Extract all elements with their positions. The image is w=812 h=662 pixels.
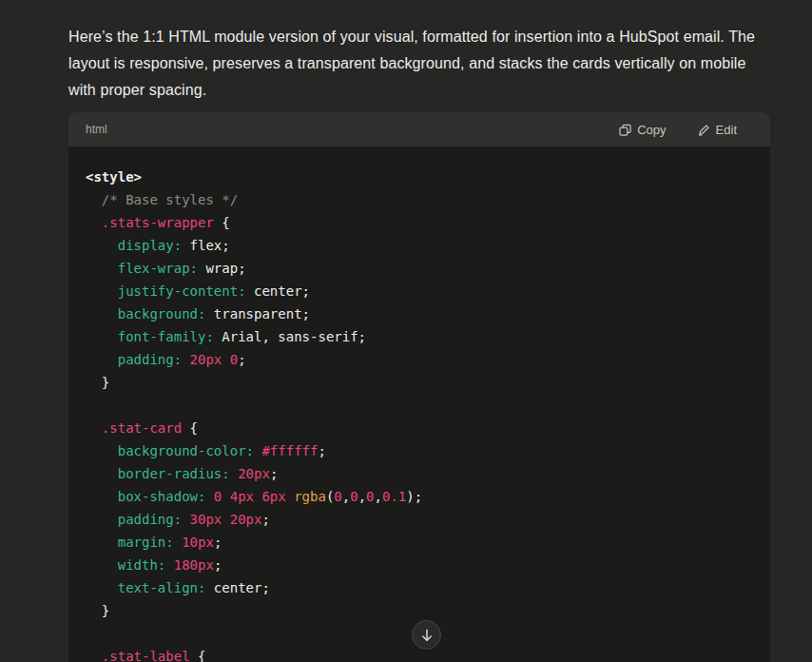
pencil-edit-icon (698, 124, 710, 136)
code-line: box-shadow: 0 4px 6px rgba(0,0,0,0.1); (86, 485, 753, 508)
code-line: margin: 10px; (86, 531, 753, 554)
code-line: font-family: Arial, sans-serif; (86, 325, 753, 348)
code-line (86, 394, 753, 417)
code-line: .stats-wrapper { (86, 211, 753, 234)
arrow-down-icon (420, 629, 434, 642)
assistant-message: Here’s the 1:1 HTML module version of yo… (68, 24, 772, 104)
code-line: } (86, 599, 753, 622)
code-line: background-color: #ffffff; (86, 439, 753, 462)
code-header-actions: Copy Edit (619, 123, 737, 137)
code-block-header: html Copy Edit (68, 112, 770, 146)
code-line: /* Base styles */ (86, 188, 753, 211)
code-line: padding: 20px 0; (86, 348, 753, 371)
edit-button-label: Edit (716, 123, 737, 137)
code-line: display: flex; (86, 234, 753, 257)
code-block: html Copy Edit (68, 112, 770, 662)
code-line: background: transparent; (86, 302, 753, 325)
code-line: <style> (86, 166, 753, 188)
code-line: width: 180px; (86, 554, 753, 576)
code-line: } (86, 371, 753, 394)
scroll-to-bottom-button[interactable] (412, 620, 441, 650)
code-line: justify-content: center; (86, 280, 753, 302)
copy-icon (619, 124, 631, 136)
message-line: with proper spacing. (68, 77, 772, 104)
code-line: border-radius: 20px; (86, 462, 753, 485)
copy-button[interactable]: Copy (619, 123, 666, 137)
code-content: <style> /* Base styles */ .stats-wrapper… (68, 146, 770, 662)
code-line: .stat-card { (86, 417, 753, 439)
code-line: text-align: center; (86, 576, 753, 599)
code-language-label: html (86, 123, 619, 136)
message-line: layout is responsive, preserves a transp… (68, 50, 772, 77)
code-line: padding: 30px 20px; (86, 508, 753, 531)
copy-button-label: Copy (637, 123, 666, 137)
edit-button[interactable]: Edit (698, 123, 737, 137)
code-line: flex-wrap: wrap; (86, 257, 753, 280)
message-line: Here’s the 1:1 HTML module version of yo… (68, 24, 772, 50)
